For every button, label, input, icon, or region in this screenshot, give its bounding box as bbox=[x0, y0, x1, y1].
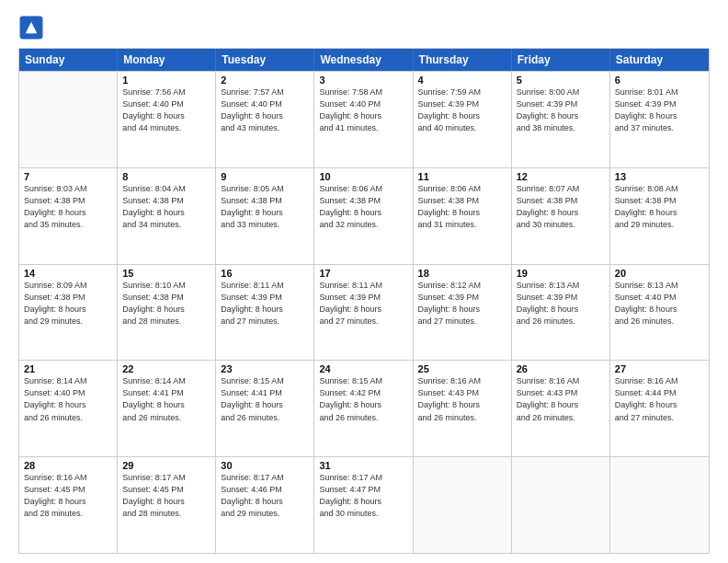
day-cell-20: 20Sunrise: 8:13 AM Sunset: 4:40 PM Dayli… bbox=[610, 265, 709, 361]
day-info: Sunrise: 8:17 AM Sunset: 4:45 PM Dayligh… bbox=[122, 472, 210, 520]
day-info: Sunrise: 8:15 AM Sunset: 4:41 PM Dayligh… bbox=[221, 375, 309, 423]
calendar-row-2: 7Sunrise: 8:03 AM Sunset: 4:38 PM Daylig… bbox=[19, 167, 709, 264]
calendar-row-1: 1Sunrise: 7:56 AM Sunset: 4:40 PM Daylig… bbox=[19, 71, 709, 167]
day-number: 31 bbox=[319, 460, 407, 471]
day-cell-4: 4Sunrise: 7:59 AM Sunset: 4:39 PM Daylig… bbox=[414, 72, 512, 167]
day-info: Sunrise: 7:59 AM Sunset: 4:39 PM Dayligh… bbox=[418, 86, 506, 134]
day-cell-19: 19Sunrise: 8:13 AM Sunset: 4:39 PM Dayli… bbox=[512, 265, 610, 361]
day-info: Sunrise: 8:06 AM Sunset: 4:38 PM Dayligh… bbox=[418, 183, 506, 231]
day-info: Sunrise: 8:12 AM Sunset: 4:39 PM Dayligh… bbox=[418, 280, 506, 327]
day-number: 11 bbox=[418, 171, 506, 182]
day-number: 28 bbox=[24, 460, 112, 471]
day-info: Sunrise: 8:01 AM Sunset: 4:39 PM Dayligh… bbox=[615, 86, 704, 134]
day-cell-9: 9Sunrise: 8:05 AM Sunset: 4:38 PM Daylig… bbox=[216, 168, 314, 264]
day-info: Sunrise: 8:10 AM Sunset: 4:38 PM Dayligh… bbox=[122, 280, 210, 327]
weekday-header-tuesday: Tuesday bbox=[216, 49, 314, 71]
day-number: 10 bbox=[319, 171, 407, 182]
day-info: Sunrise: 8:16 AM Sunset: 4:43 PM Dayligh… bbox=[418, 375, 506, 423]
day-info: Sunrise: 8:14 AM Sunset: 4:40 PM Dayligh… bbox=[24, 375, 112, 423]
day-number: 21 bbox=[24, 363, 112, 374]
day-cell-16: 16Sunrise: 8:11 AM Sunset: 4:39 PM Dayli… bbox=[216, 265, 314, 361]
weekday-header-friday: Friday bbox=[512, 49, 610, 71]
day-info: Sunrise: 8:09 AM Sunset: 4:38 PM Dayligh… bbox=[24, 280, 112, 327]
day-number: 3 bbox=[319, 75, 407, 86]
logo-icon bbox=[18, 15, 44, 40]
day-info: Sunrise: 8:16 AM Sunset: 4:44 PM Dayligh… bbox=[615, 375, 704, 423]
weekday-header-saturday: Saturday bbox=[610, 49, 709, 71]
weekday-header-wednesday: Wednesday bbox=[314, 49, 413, 71]
day-cell-14: 14Sunrise: 8:09 AM Sunset: 4:38 PM Dayli… bbox=[19, 265, 118, 361]
day-number: 23 bbox=[221, 363, 309, 374]
day-info: Sunrise: 8:13 AM Sunset: 4:39 PM Dayligh… bbox=[517, 280, 605, 327]
day-cell-31: 31Sunrise: 8:17 AM Sunset: 4:47 PM Dayli… bbox=[314, 457, 413, 553]
empty-cell-r4c6 bbox=[610, 457, 709, 553]
day-cell-24: 24Sunrise: 8:15 AM Sunset: 4:42 PM Dayli… bbox=[314, 361, 413, 456]
logo bbox=[18, 15, 48, 40]
day-number: 26 bbox=[517, 363, 605, 374]
day-cell-30: 30Sunrise: 8:17 AM Sunset: 4:46 PM Dayli… bbox=[216, 457, 314, 553]
day-info: Sunrise: 8:16 AM Sunset: 4:43 PM Dayligh… bbox=[517, 375, 605, 423]
day-cell-8: 8Sunrise: 8:04 AM Sunset: 4:38 PM Daylig… bbox=[118, 168, 216, 264]
day-number: 19 bbox=[517, 268, 605, 279]
page: SundayMondayTuesdayWednesdayThursdayFrid… bbox=[0, 0, 728, 563]
day-info: Sunrise: 7:58 AM Sunset: 4:40 PM Dayligh… bbox=[319, 86, 407, 134]
day-cell-23: 23Sunrise: 8:15 AM Sunset: 4:41 PM Dayli… bbox=[216, 361, 314, 456]
svg-rect-2 bbox=[28, 28, 34, 33]
day-cell-13: 13Sunrise: 8:08 AM Sunset: 4:38 PM Dayli… bbox=[610, 168, 709, 264]
day-info: Sunrise: 8:17 AM Sunset: 4:47 PM Dayligh… bbox=[319, 472, 407, 520]
day-cell-27: 27Sunrise: 8:16 AM Sunset: 4:44 PM Dayli… bbox=[610, 361, 709, 456]
day-info: Sunrise: 8:11 AM Sunset: 4:39 PM Dayligh… bbox=[319, 280, 407, 327]
day-info: Sunrise: 8:04 AM Sunset: 4:38 PM Dayligh… bbox=[122, 183, 210, 231]
day-cell-11: 11Sunrise: 8:06 AM Sunset: 4:38 PM Dayli… bbox=[414, 168, 512, 264]
day-info: Sunrise: 7:56 AM Sunset: 4:40 PM Dayligh… bbox=[122, 86, 210, 134]
day-cell-26: 26Sunrise: 8:16 AM Sunset: 4:43 PM Dayli… bbox=[512, 361, 610, 456]
day-number: 6 bbox=[615, 75, 704, 86]
day-cell-10: 10Sunrise: 8:06 AM Sunset: 4:38 PM Dayli… bbox=[314, 168, 413, 264]
day-info: Sunrise: 8:11 AM Sunset: 4:39 PM Dayligh… bbox=[221, 280, 309, 327]
day-cell-2: 2Sunrise: 7:57 AM Sunset: 4:40 PM Daylig… bbox=[216, 72, 314, 167]
day-cell-7: 7Sunrise: 8:03 AM Sunset: 4:38 PM Daylig… bbox=[19, 168, 118, 264]
day-info: Sunrise: 8:07 AM Sunset: 4:38 PM Dayligh… bbox=[517, 183, 605, 231]
empty-cell-r4c5 bbox=[512, 457, 610, 553]
calendar-body: 1Sunrise: 7:56 AM Sunset: 4:40 PM Daylig… bbox=[19, 71, 709, 553]
day-number: 22 bbox=[122, 363, 210, 374]
weekday-header-thursday: Thursday bbox=[414, 49, 512, 71]
day-number: 5 bbox=[517, 75, 605, 86]
day-cell-1: 1Sunrise: 7:56 AM Sunset: 4:40 PM Daylig… bbox=[118, 72, 216, 167]
day-cell-15: 15Sunrise: 8:10 AM Sunset: 4:38 PM Dayli… bbox=[118, 265, 216, 361]
calendar-row-4: 21Sunrise: 8:14 AM Sunset: 4:40 PM Dayli… bbox=[19, 360, 709, 456]
day-info: Sunrise: 8:17 AM Sunset: 4:46 PM Dayligh… bbox=[221, 472, 309, 520]
day-number: 24 bbox=[319, 363, 407, 374]
day-cell-17: 17Sunrise: 8:11 AM Sunset: 4:39 PM Dayli… bbox=[314, 265, 413, 361]
day-number: 29 bbox=[122, 460, 210, 471]
day-cell-3: 3Sunrise: 7:58 AM Sunset: 4:40 PM Daylig… bbox=[314, 72, 413, 167]
day-cell-22: 22Sunrise: 8:14 AM Sunset: 4:41 PM Dayli… bbox=[118, 361, 216, 456]
day-number: 7 bbox=[24, 171, 112, 182]
day-cell-25: 25Sunrise: 8:16 AM Sunset: 4:43 PM Dayli… bbox=[414, 361, 512, 456]
header bbox=[18, 15, 710, 40]
day-number: 30 bbox=[221, 460, 309, 471]
calendar-row-3: 14Sunrise: 8:09 AM Sunset: 4:38 PM Dayli… bbox=[19, 264, 709, 361]
day-info: Sunrise: 8:03 AM Sunset: 4:38 PM Dayligh… bbox=[24, 183, 112, 231]
day-info: Sunrise: 8:05 AM Sunset: 4:38 PM Dayligh… bbox=[221, 183, 309, 231]
day-number: 27 bbox=[615, 363, 704, 374]
day-info: Sunrise: 7:57 AM Sunset: 4:40 PM Dayligh… bbox=[221, 86, 309, 134]
day-number: 20 bbox=[615, 268, 704, 279]
day-cell-21: 21Sunrise: 8:14 AM Sunset: 4:40 PM Dayli… bbox=[19, 361, 118, 456]
day-number: 1 bbox=[122, 75, 210, 86]
day-number: 14 bbox=[24, 268, 112, 279]
day-number: 25 bbox=[418, 363, 506, 374]
day-info: Sunrise: 8:00 AM Sunset: 4:39 PM Dayligh… bbox=[517, 86, 605, 134]
calendar-header: SundayMondayTuesdayWednesdayThursdayFrid… bbox=[19, 49, 709, 71]
day-number: 15 bbox=[122, 268, 210, 279]
day-info: Sunrise: 8:06 AM Sunset: 4:38 PM Dayligh… bbox=[319, 183, 407, 231]
day-cell-28: 28Sunrise: 8:16 AM Sunset: 4:45 PM Dayli… bbox=[19, 457, 118, 553]
day-number: 8 bbox=[122, 171, 210, 182]
day-info: Sunrise: 8:14 AM Sunset: 4:41 PM Dayligh… bbox=[122, 375, 210, 423]
day-number: 13 bbox=[615, 171, 704, 182]
empty-cell-r0c0 bbox=[19, 72, 118, 167]
day-info: Sunrise: 8:15 AM Sunset: 4:42 PM Dayligh… bbox=[319, 375, 407, 423]
day-number: 12 bbox=[517, 171, 605, 182]
day-number: 16 bbox=[221, 268, 309, 279]
day-cell-18: 18Sunrise: 8:12 AM Sunset: 4:39 PM Dayli… bbox=[414, 265, 512, 361]
